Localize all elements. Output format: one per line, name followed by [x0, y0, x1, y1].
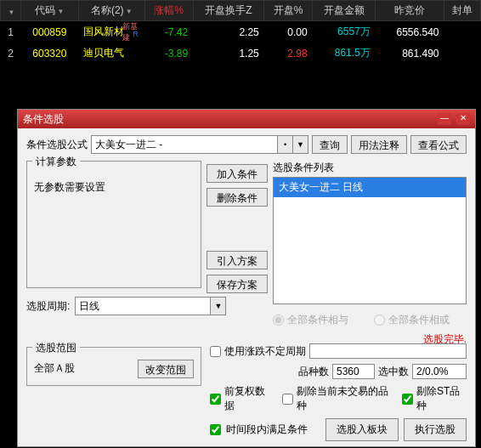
condition-list[interactable]: 大美女一进二 日线 [273, 177, 467, 304]
period-label: 选股周期: [26, 299, 70, 314]
radio-or: 全部条件相或 [374, 313, 450, 327]
fq-checkbox[interactable] [210, 394, 221, 405]
formula-label: 条件选股公式 [26, 138, 88, 152]
remove-st-checkbox[interactable] [402, 394, 413, 405]
cond-list-label: 选股条件列表 [273, 161, 467, 175]
minimize-button[interactable]: — [438, 113, 451, 125]
period-input[interactable] [76, 298, 210, 315]
param-text: 无参数需要设置 [34, 180, 194, 195]
condition-stock-dialog: 条件选股 — ✕ 条件选股公式 • ▼ 查询 用法注释 查看公式 计算参数 无参… [17, 109, 476, 447]
to-block-button[interactable]: 选股入板块 [325, 418, 399, 441]
import-scheme-button[interactable]: 引入方案 [207, 251, 268, 269]
titlebar[interactable]: 条件选股 — ✕ [18, 110, 475, 128]
table-row[interactable]: 2 603320 迪贝电气 -3.89 1.25 2.98 861.5万 861… [1, 43, 481, 64]
save-scheme-button[interactable]: 保存方案 [207, 275, 268, 293]
use-var-period-checkbox[interactable] [210, 346, 221, 357]
param-legend: 计算参数 [32, 155, 80, 169]
query-button[interactable]: 查询 [312, 135, 348, 154]
selected-value: 2/0.0% [412, 364, 467, 379]
add-condition-button[interactable]: 加入条件 [207, 164, 268, 183]
time-cond-checkbox[interactable] [210, 424, 221, 435]
scope-legend: 选股范围 [32, 341, 80, 355]
execute-button[interactable]: 执行选股 [404, 418, 467, 441]
stock-table: ▼ 代码▼ 名称(2)▼ 涨幅% 开盘换手Z 开盘% 开盘金额 昨竞价 封单 1… [0, 0, 481, 64]
change-scope-button[interactable]: 改变范围 [138, 360, 194, 378]
var-period-input[interactable] [309, 343, 467, 359]
col-turn[interactable]: 开盘换手Z [193, 1, 264, 21]
delete-condition-button[interactable]: 删除条件 [207, 188, 268, 207]
view-formula-button[interactable]: 查看公式 [410, 135, 467, 154]
table-row[interactable]: 1 000859 国风新材新基建R -7.42 2.25 0.00 6557万 … [1, 21, 481, 43]
remove-nontrade-checkbox[interactable] [282, 394, 293, 405]
formula-combo[interactable]: • ▼ [91, 135, 308, 154]
col-pct[interactable]: 涨幅% [144, 1, 193, 21]
count-label: 品种数 [298, 365, 329, 379]
close-button[interactable]: ✕ [456, 113, 470, 125]
selected-label: 选中数 [378, 365, 409, 379]
condition-item[interactable]: 大美女一进二 日线 [274, 178, 466, 197]
col-prev[interactable]: 昨竞价 [376, 1, 444, 21]
col-arrow[interactable]: ▼ [1, 1, 21, 21]
period-combo[interactable]: ▼ [75, 297, 226, 315]
col-name[interactable]: 名称(2)▼ [78, 1, 144, 21]
formula-input[interactable] [92, 136, 277, 153]
scope-fieldset: 选股范围 全部Ａ股 改变范围 [26, 347, 201, 386]
param-fieldset: 计算参数 无参数需要设置 [26, 161, 201, 288]
usage-button[interactable]: 用法注释 [351, 135, 407, 154]
col-code[interactable]: 代码▼ [21, 1, 79, 21]
count-value: 5360 [332, 364, 375, 379]
use-var-period-label: 使用涨跌不定周期 [224, 344, 306, 359]
radio-and: 全部条件相与 [273, 313, 348, 327]
col-seal[interactable]: 封单 [444, 1, 481, 21]
col-openpct[interactable]: 开盘% [264, 1, 313, 21]
combo-clear-icon[interactable]: • [277, 136, 292, 153]
col-amt[interactable]: 开盘金额 [313, 1, 376, 21]
dialog-title: 条件选股 [23, 110, 64, 128]
chevron-down-icon[interactable]: ▼ [292, 136, 308, 153]
